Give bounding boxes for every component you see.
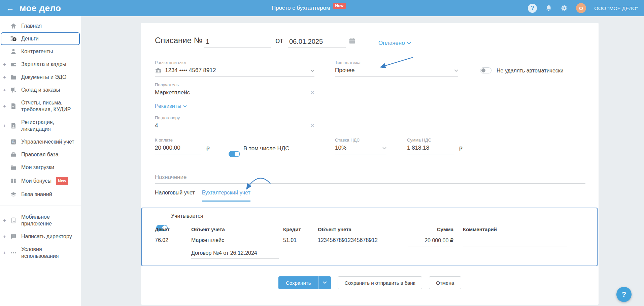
sidebar: Главная ₽ Деньги Контрагенты Зарплата и … — [0, 16, 81, 306]
credit-value[interactable]: 51.01 — [283, 237, 310, 246]
action-buttons: Сохранить Сохранить и отправить в банк О… — [141, 276, 599, 289]
sidebar-item-knowledge[interactable]: База знаний — [0, 188, 81, 201]
help-fab[interactable]: ? — [616, 287, 632, 302]
col-credit-object: Объект учета — [318, 226, 351, 232]
report-check-icon — [10, 103, 17, 110]
col-sum: Сумма — [408, 226, 453, 232]
accounted-label: Учитывается — [171, 213, 203, 219]
downloads-folder-icon — [10, 164, 17, 171]
sidebar-item-terms[interactable]: Условия использования — [0, 243, 81, 263]
clear-icon[interactable]: ✕ — [310, 90, 314, 96]
vat-currency-sign: ₽ — [459, 146, 463, 153]
gift-icon — [10, 178, 17, 184]
save-button[interactable]: Сохранить — [278, 276, 331, 289]
no-autodelete-toggle[interactable] — [480, 67, 492, 73]
graduation-icon — [10, 191, 17, 198]
folder-icon — [10, 74, 17, 81]
sidebar-item-home[interactable]: Главная — [0, 20, 81, 32]
col-credit: Кредит — [283, 226, 301, 232]
home-icon — [10, 23, 17, 29]
sidebar-item-bonuses[interactable]: Мои бонусы New — [0, 174, 81, 188]
debit-object-line2-input[interactable]: Договор №4 от 26.12.2024 — [191, 250, 279, 259]
date-from-label: от — [275, 36, 283, 45]
account-name[interactable]: ООО "МОЕ ДЕЛО" — [594, 5, 638, 11]
doc-number-input[interactable]: 1 — [204, 38, 271, 48]
vat-included-label: В том числе НДС — [243, 145, 290, 152]
top-header: ← мое дело Просто с бухгалтером New ? О … — [0, 0, 644, 16]
svg-text:₽: ₽ — [12, 140, 14, 144]
col-debit-object: Объект учета — [191, 226, 225, 232]
promo-new-badge: New — [333, 3, 346, 9]
sidebar-item-documents[interactable]: Документы и ЭДО — [0, 71, 81, 84]
requisites-link[interactable]: Реквизиты — [155, 103, 187, 109]
bonuses-new-badge: New — [56, 177, 68, 185]
save-and-send-button[interactable]: Сохранить и отправить в банк — [338, 276, 422, 289]
sidebar-item-downloads[interactable]: Мои загрузки — [0, 161, 81, 174]
sidebar-item-legal[interactable]: Правовая база — [0, 148, 81, 161]
chevron-down-icon[interactable] — [382, 145, 386, 151]
amount-field[interactable]: К оплате 20 000,00 — [155, 137, 201, 154]
money-icon: ₽ — [10, 35, 17, 42]
sidebar-item-mobile-app[interactable]: Мобильное приложение — [0, 211, 81, 230]
chevron-down-icon[interactable] — [454, 67, 458, 74]
sidebar-item-reports[interactable]: Отчеты, письма, требования, КУДИР — [0, 96, 81, 116]
back-arrow-icon[interactable]: ← — [6, 4, 14, 12]
recipient-field[interactable]: Получатель Маркетплейс ✕ — [155, 82, 314, 99]
currency-sign: ₽ — [206, 146, 210, 153]
save-options-caret[interactable] — [318, 276, 331, 289]
purpose-field[interactable]: Назначение — [155, 174, 585, 184]
vat-rate-field[interactable]: Ставка НДС 10% — [335, 137, 386, 154]
sidebar-item-registration[interactable]: Регистрация, ликвидация — [0, 116, 81, 135]
contract-field[interactable]: По договору 4 ✕ — [155, 115, 314, 132]
calendar-icon[interactable] — [348, 37, 356, 44]
no-autodelete-label: Не удалять автоматически — [497, 68, 564, 74]
promo-text: Просто с бухгалтером — [272, 5, 330, 11]
help-icon[interactable]: ? — [528, 4, 537, 13]
registration-doc-icon — [10, 122, 17, 129]
credit-object-input[interactable]: 12345678912345678912 — [318, 237, 405, 246]
header-promo[interactable]: Просто с бухгалтером New — [272, 0, 346, 16]
vat-amount-field[interactable]: Сумма НДС 1 818,18 — [407, 137, 454, 154]
tabs: Налоговый учет Бухгалтерский учет — [155, 190, 585, 201]
document-card: Списание № 1 от 06.01.2025 Оплачено Расч… — [141, 23, 599, 305]
briefcase-icon — [10, 151, 17, 158]
user-avatar[interactable]: О — [576, 3, 586, 13]
vat-included-toggle[interactable] — [229, 151, 240, 157]
sidebar-divider — [0, 206, 81, 206]
svg-text:₽: ₽ — [14, 38, 15, 41]
purpose-placeholder: Назначение — [155, 174, 187, 180]
ruble-square-icon: ₽ — [10, 139, 17, 145]
sum-input[interactable]: 20 000,00 ₽ — [408, 237, 453, 246]
sidebar-item-management[interactable]: ₽ Управленческий учет — [0, 135, 81, 148]
status-selector[interactable]: Оплачено — [378, 40, 411, 47]
sidebar-item-salary[interactable]: Зарплата и кадры — [0, 58, 81, 71]
tab-bookkeeping[interactable]: Бухгалтерский учет — [202, 190, 250, 202]
status-label: Оплачено — [378, 40, 405, 47]
clear-icon[interactable]: ✕ — [310, 123, 314, 129]
tab-tax-accounting[interactable]: Налоговый учет — [155, 190, 195, 201]
col-debit: Дебет — [155, 226, 170, 232]
bell-icon[interactable] — [545, 4, 552, 12]
ellipsis-icon — [10, 249, 17, 256]
debit-object-input[interactable]: Маркетплейс — [191, 237, 279, 246]
payment-type-field[interactable]: Тип платежа Прочее — [335, 60, 458, 77]
gear-icon[interactable] — [561, 4, 568, 12]
col-comment: Комментарий — [463, 226, 497, 232]
cancel-button[interactable]: Отмена — [429, 276, 461, 289]
debit-input[interactable]: 76.02 — [155, 237, 186, 246]
chat-icon — [10, 233, 17, 240]
chevron-down-icon[interactable] — [310, 67, 314, 74]
sidebar-item-write-director[interactable]: Написать директору — [0, 230, 81, 243]
handtruck-icon — [10, 87, 17, 93]
wallet-icon — [10, 61, 17, 68]
doc-title: Списание № — [155, 36, 203, 45]
bank-icon — [155, 67, 162, 73]
sidebar-item-warehouse[interactable]: Склад и заказы — [0, 84, 81, 96]
comment-input[interactable] — [463, 237, 567, 246]
app-logo[interactable]: мое дело — [20, 3, 61, 13]
doc-date-input[interactable]: 06.01.2025 — [288, 38, 346, 48]
sidebar-item-contractors[interactable]: Контрагенты — [0, 45, 81, 58]
account-field[interactable]: Расчетный счет 1234 •••• 4567 8912 — [155, 60, 314, 77]
person-icon — [10, 48, 17, 55]
sidebar-item-money[interactable]: ₽ Деньги — [0, 32, 81, 45]
